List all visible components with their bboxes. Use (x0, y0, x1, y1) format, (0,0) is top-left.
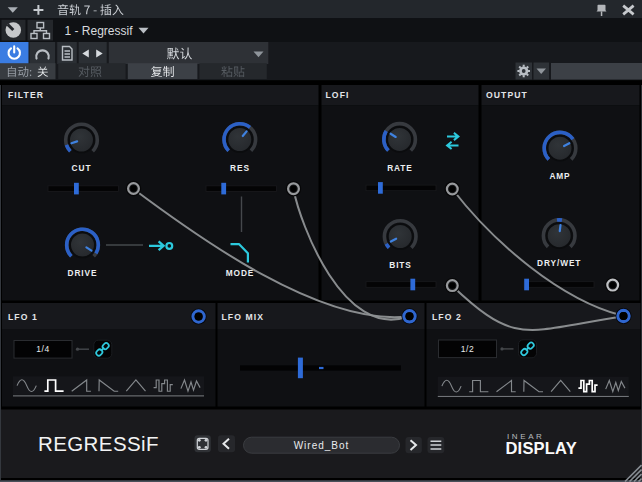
svg-text:RES: RES (230, 163, 250, 173)
svg-text:RATE: RATE (387, 163, 413, 173)
svg-text:LFO MIX: LFO MIX (222, 312, 265, 322)
svg-text:DRIVE: DRIVE (68, 268, 98, 278)
svg-text:LFO 2: LFO 2 (432, 312, 462, 322)
svg-text:AMP: AMP (549, 171, 570, 181)
svg-text:LOFI: LOFI (326, 90, 350, 100)
svg-text:1/4: 1/4 (36, 344, 49, 354)
svg-text:BITS: BITS (389, 260, 412, 270)
svg-text:DRY/WET: DRY/WET (537, 258, 581, 268)
svg-text:1/2: 1/2 (461, 344, 474, 354)
svg-text:REGRESSiF: REGRESSiF (38, 432, 159, 455)
svg-text:LFO 1: LFO 1 (8, 312, 38, 322)
svg-text:Wired_Bot: Wired_Bot (294, 440, 350, 451)
svg-text:OUTPUT: OUTPUT (486, 90, 528, 100)
svg-text:FILTER: FILTER (8, 90, 44, 100)
svg-text:MODE: MODE (226, 268, 255, 278)
svg-text:1 - Regressif: 1 - Regressif (65, 24, 134, 38)
svg-text:CUT: CUT (72, 163, 92, 173)
svg-text:DISPLAY: DISPLAY (506, 439, 577, 457)
